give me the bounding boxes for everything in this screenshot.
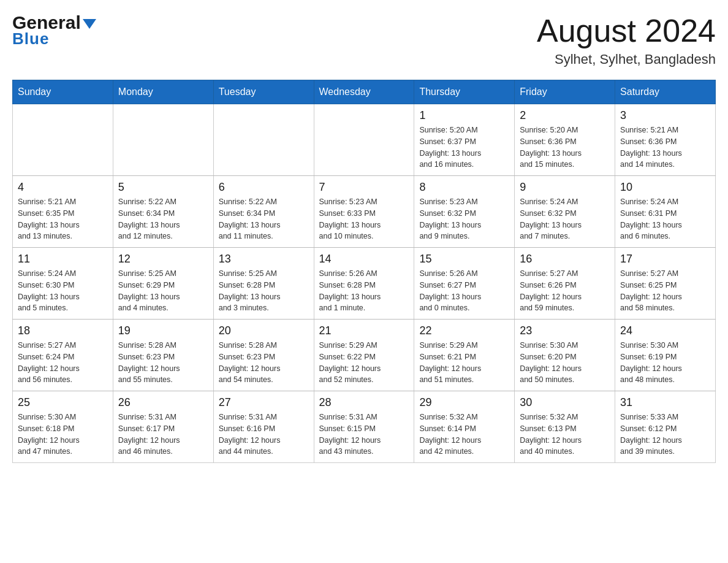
- day-number: 12: [118, 253, 208, 266]
- day-info: Sunrise: 5:32 AMSunset: 6:13 PMDaylight:…: [520, 412, 610, 458]
- day-number: 9: [520, 181, 610, 194]
- day-info: Sunrise: 5:22 AMSunset: 6:34 PMDaylight:…: [219, 196, 309, 242]
- day-info: Sunrise: 5:24 AMSunset: 6:32 PMDaylight:…: [520, 196, 610, 242]
- day-info: Sunrise: 5:25 AMSunset: 6:29 PMDaylight:…: [118, 268, 208, 314]
- calendar-day-cell: 28Sunrise: 5:31 AMSunset: 6:15 PMDayligh…: [314, 391, 414, 463]
- calendar-header-row: SundayMondayTuesdayWednesdayThursdayFrid…: [13, 80, 716, 104]
- day-number: 6: [219, 181, 309, 194]
- day-number: 17: [620, 253, 710, 266]
- calendar-day-cell: 12Sunrise: 5:25 AMSunset: 6:29 PMDayligh…: [113, 248, 213, 320]
- calendar-day-cell: 7Sunrise: 5:23 AMSunset: 6:33 PMDaylight…: [314, 176, 414, 248]
- calendar-day-cell: 17Sunrise: 5:27 AMSunset: 6:25 PMDayligh…: [615, 248, 716, 320]
- day-info: Sunrise: 5:21 AMSunset: 6:35 PMDaylight:…: [18, 196, 108, 242]
- calendar-day-cell: 22Sunrise: 5:29 AMSunset: 6:21 PMDayligh…: [414, 320, 515, 391]
- day-info: Sunrise: 5:31 AMSunset: 6:17 PMDaylight:…: [118, 412, 208, 458]
- empty-cell: [314, 104, 414, 176]
- day-info: Sunrise: 5:27 AMSunset: 6:24 PMDaylight:…: [18, 340, 108, 386]
- calendar-day-cell: 6Sunrise: 5:22 AMSunset: 6:34 PMDaylight…: [213, 176, 314, 248]
- column-header-thursday: Thursday: [414, 80, 515, 104]
- empty-cell: [13, 104, 113, 176]
- day-number: 18: [18, 324, 108, 337]
- day-number: 28: [319, 396, 409, 409]
- day-info: Sunrise: 5:25 AMSunset: 6:28 PMDaylight:…: [219, 268, 309, 314]
- calendar-day-cell: 26Sunrise: 5:31 AMSunset: 6:17 PMDayligh…: [113, 391, 213, 463]
- day-number: 29: [419, 396, 509, 409]
- day-number: 30: [520, 396, 610, 409]
- day-number: 3: [620, 109, 710, 122]
- calendar-day-cell: 5Sunrise: 5:22 AMSunset: 6:34 PMDaylight…: [113, 176, 213, 248]
- calendar-week-row: 1Sunrise: 5:20 AMSunset: 6:37 PMDaylight…: [13, 104, 716, 176]
- month-year-title: August 2024: [537, 12, 716, 49]
- calendar-day-cell: 14Sunrise: 5:26 AMSunset: 6:28 PMDayligh…: [314, 248, 414, 320]
- day-number: 16: [520, 253, 610, 266]
- day-info: Sunrise: 5:30 AMSunset: 6:18 PMDaylight:…: [18, 412, 108, 458]
- day-number: 19: [118, 324, 208, 337]
- logo-triangle-icon: [83, 19, 96, 29]
- column-header-wednesday: Wednesday: [314, 80, 414, 104]
- calendar-day-cell: 10Sunrise: 5:24 AMSunset: 6:31 PMDayligh…: [615, 176, 716, 248]
- day-number: 1: [419, 109, 509, 122]
- calendar-day-cell: 1Sunrise: 5:20 AMSunset: 6:37 PMDaylight…: [414, 104, 515, 176]
- day-number: 4: [18, 181, 108, 194]
- logo: General Blue: [12, 12, 96, 48]
- page-header: General Blue August 2024 Sylhet, Sylhet,…: [12, 12, 716, 67]
- calendar-day-cell: 19Sunrise: 5:28 AMSunset: 6:23 PMDayligh…: [113, 320, 213, 391]
- day-number: 31: [620, 396, 710, 409]
- day-info: Sunrise: 5:28 AMSunset: 6:23 PMDaylight:…: [118, 340, 208, 386]
- day-info: Sunrise: 5:22 AMSunset: 6:34 PMDaylight:…: [118, 196, 208, 242]
- column-header-friday: Friday: [515, 80, 615, 104]
- day-info: Sunrise: 5:26 AMSunset: 6:27 PMDaylight:…: [419, 268, 509, 314]
- calendar-week-row: 4Sunrise: 5:21 AMSunset: 6:35 PMDaylight…: [13, 176, 716, 248]
- day-number: 14: [319, 253, 409, 266]
- calendar-day-cell: 13Sunrise: 5:25 AMSunset: 6:28 PMDayligh…: [213, 248, 314, 320]
- calendar-day-cell: 21Sunrise: 5:29 AMSunset: 6:22 PMDayligh…: [314, 320, 414, 391]
- empty-cell: [213, 104, 314, 176]
- column-header-sunday: Sunday: [13, 80, 113, 104]
- day-number: 13: [219, 253, 309, 266]
- day-info: Sunrise: 5:24 AMSunset: 6:30 PMDaylight:…: [18, 268, 108, 314]
- day-info: Sunrise: 5:23 AMSunset: 6:33 PMDaylight:…: [319, 196, 409, 242]
- day-info: Sunrise: 5:31 AMSunset: 6:16 PMDaylight:…: [219, 412, 309, 458]
- location-subtitle: Sylhet, Sylhet, Bangladesh: [537, 52, 716, 67]
- calendar-day-cell: 27Sunrise: 5:31 AMSunset: 6:16 PMDayligh…: [213, 391, 314, 463]
- calendar-week-row: 25Sunrise: 5:30 AMSunset: 6:18 PMDayligh…: [13, 391, 716, 463]
- day-info: Sunrise: 5:30 AMSunset: 6:20 PMDaylight:…: [520, 340, 610, 386]
- day-number: 10: [620, 181, 710, 194]
- day-info: Sunrise: 5:26 AMSunset: 6:28 PMDaylight:…: [319, 268, 409, 314]
- day-number: 5: [118, 181, 208, 194]
- title-section: August 2024 Sylhet, Sylhet, Bangladesh: [537, 12, 716, 67]
- calendar-day-cell: 16Sunrise: 5:27 AMSunset: 6:26 PMDayligh…: [515, 248, 615, 320]
- day-number: 24: [620, 324, 710, 337]
- day-info: Sunrise: 5:21 AMSunset: 6:36 PMDaylight:…: [620, 124, 710, 170]
- calendar-day-cell: 3Sunrise: 5:21 AMSunset: 6:36 PMDaylight…: [615, 104, 716, 176]
- column-header-monday: Monday: [113, 80, 213, 104]
- calendar-day-cell: 29Sunrise: 5:32 AMSunset: 6:14 PMDayligh…: [414, 391, 515, 463]
- calendar-week-row: 11Sunrise: 5:24 AMSunset: 6:30 PMDayligh…: [13, 248, 716, 320]
- column-header-tuesday: Tuesday: [213, 80, 314, 104]
- day-number: 2: [520, 109, 610, 122]
- day-number: 27: [219, 396, 309, 409]
- calendar-day-cell: 23Sunrise: 5:30 AMSunset: 6:20 PMDayligh…: [515, 320, 615, 391]
- day-info: Sunrise: 5:24 AMSunset: 6:31 PMDaylight:…: [620, 196, 710, 242]
- day-info: Sunrise: 5:32 AMSunset: 6:14 PMDaylight:…: [419, 412, 509, 458]
- day-info: Sunrise: 5:31 AMSunset: 6:15 PMDaylight:…: [319, 412, 409, 458]
- day-info: Sunrise: 5:28 AMSunset: 6:23 PMDaylight:…: [219, 340, 309, 386]
- day-number: 25: [18, 396, 108, 409]
- day-number: 11: [18, 253, 108, 266]
- calendar-day-cell: 25Sunrise: 5:30 AMSunset: 6:18 PMDayligh…: [13, 391, 113, 463]
- empty-cell: [113, 104, 213, 176]
- day-info: Sunrise: 5:23 AMSunset: 6:32 PMDaylight:…: [419, 196, 509, 242]
- day-number: 21: [319, 324, 409, 337]
- day-info: Sunrise: 5:27 AMSunset: 6:26 PMDaylight:…: [520, 268, 610, 314]
- day-number: 7: [319, 181, 409, 194]
- calendar-day-cell: 24Sunrise: 5:30 AMSunset: 6:19 PMDayligh…: [615, 320, 716, 391]
- day-info: Sunrise: 5:30 AMSunset: 6:19 PMDaylight:…: [620, 340, 710, 386]
- calendar-day-cell: 30Sunrise: 5:32 AMSunset: 6:13 PMDayligh…: [515, 391, 615, 463]
- day-number: 26: [118, 396, 208, 409]
- day-info: Sunrise: 5:20 AMSunset: 6:36 PMDaylight:…: [520, 124, 610, 170]
- day-info: Sunrise: 5:20 AMSunset: 6:37 PMDaylight:…: [419, 124, 509, 170]
- calendar-day-cell: 18Sunrise: 5:27 AMSunset: 6:24 PMDayligh…: [13, 320, 113, 391]
- day-number: 22: [419, 324, 509, 337]
- calendar-day-cell: 4Sunrise: 5:21 AMSunset: 6:35 PMDaylight…: [13, 176, 113, 248]
- calendar-day-cell: 11Sunrise: 5:24 AMSunset: 6:30 PMDayligh…: [13, 248, 113, 320]
